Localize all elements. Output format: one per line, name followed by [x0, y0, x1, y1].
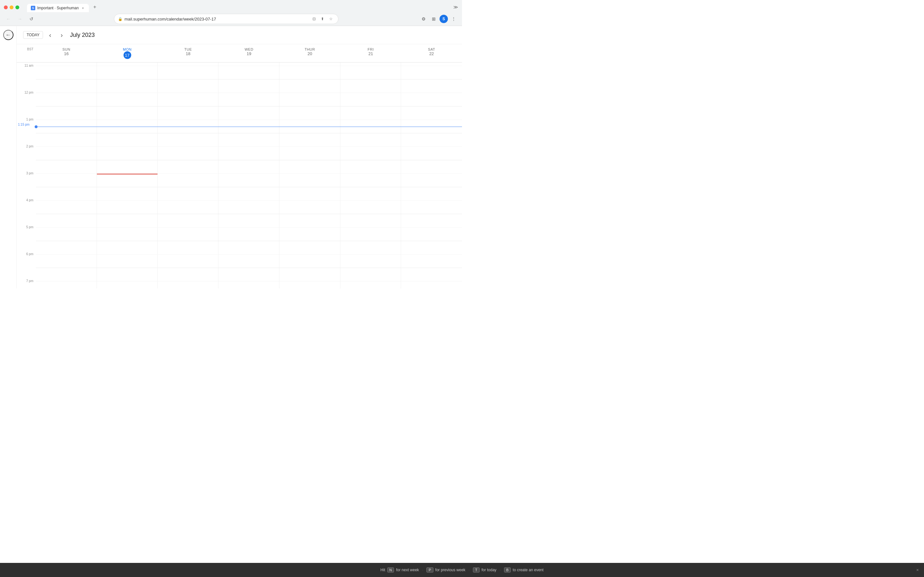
today-button[interactable]: TODAY	[23, 31, 43, 39]
time-slot[interactable]	[341, 66, 401, 79]
time-slot[interactable]	[401, 241, 462, 255]
time-slot[interactable]	[97, 66, 158, 79]
time-slot[interactable]	[218, 255, 279, 268]
time-slot[interactable]	[97, 187, 158, 201]
time-slot[interactable]	[218, 63, 279, 66]
time-slot[interactable]	[279, 93, 341, 106]
time-slot[interactable]	[341, 214, 401, 227]
day-header-thu20[interactable]: Thur 20	[279, 44, 341, 62]
time-slot[interactable]	[36, 187, 97, 201]
close-window-button[interactable]	[4, 5, 8, 9]
time-slot[interactable]	[279, 106, 341, 120]
time-slot[interactable]	[279, 241, 341, 255]
time-slot[interactable]	[158, 133, 218, 147]
time-slot[interactable]	[218, 133, 279, 147]
time-slot[interactable]	[36, 63, 97, 66]
time-slot[interactable]	[401, 268, 462, 282]
day-header-sat22[interactable]: Sat 22	[401, 44, 462, 62]
time-slot[interactable]	[97, 147, 158, 160]
time-slot[interactable]	[36, 106, 97, 120]
profile-button[interactable]: S	[439, 15, 448, 23]
time-slot[interactable]	[218, 66, 279, 79]
time-slot[interactable]	[218, 93, 279, 106]
time-slot[interactable]	[97, 241, 158, 255]
time-slot[interactable]	[218, 241, 279, 255]
time-slot[interactable]	[341, 174, 401, 187]
extensions-button[interactable]: ⚙	[419, 15, 428, 23]
time-slot[interactable]	[401, 282, 462, 288]
time-slot[interactable]	[36, 160, 97, 174]
time-slot[interactable]	[401, 187, 462, 201]
time-slot[interactable]	[341, 187, 401, 201]
time-slot[interactable]	[401, 214, 462, 227]
time-slot[interactable]	[218, 174, 279, 187]
time-slot[interactable]	[341, 160, 401, 174]
time-slot[interactable]	[341, 79, 401, 93]
time-slot[interactable]	[158, 147, 218, 160]
time-slot[interactable]	[36, 93, 97, 106]
time-slot[interactable]	[279, 268, 341, 282]
tab-overflow-button[interactable]: ≫	[453, 5, 458, 10]
time-slot[interactable]	[158, 93, 218, 106]
time-slot[interactable]	[341, 255, 401, 268]
time-slot[interactable]	[279, 255, 341, 268]
time-slot[interactable]	[218, 214, 279, 227]
time-slot[interactable]	[279, 79, 341, 93]
time-slot[interactable]	[36, 79, 97, 93]
time-slot[interactable]	[401, 147, 462, 160]
time-slot[interactable]	[401, 106, 462, 120]
time-slot[interactable]	[158, 255, 218, 268]
day-header-fri21[interactable]: Fri 21	[341, 44, 401, 62]
active-tab[interactable]: S Important · Superhuman ×	[27, 4, 89, 12]
time-slot[interactable]	[36, 133, 97, 147]
time-slot[interactable]	[401, 66, 462, 79]
layout-button[interactable]: ⊞	[429, 15, 438, 23]
new-tab-button[interactable]: +	[90, 3, 99, 11]
time-slot[interactable]	[401, 227, 462, 241]
time-slot[interactable]	[158, 79, 218, 93]
time-slot[interactable]	[218, 282, 279, 288]
time-slot[interactable]	[279, 133, 341, 147]
time-slot[interactable]	[279, 63, 341, 66]
time-slot[interactable]	[97, 201, 158, 214]
time-slot[interactable]	[341, 282, 401, 288]
time-slot[interactable]	[97, 133, 158, 147]
prev-week-button[interactable]: ‹	[45, 31, 55, 39]
time-slot[interactable]	[401, 160, 462, 174]
time-slot[interactable]	[401, 133, 462, 147]
time-slot[interactable]	[341, 147, 401, 160]
time-slot[interactable]	[401, 174, 462, 187]
time-slot[interactable]	[279, 147, 341, 160]
time-slot[interactable]	[158, 174, 218, 187]
maximize-window-button[interactable]	[15, 5, 19, 9]
time-slot[interactable]	[279, 160, 341, 174]
time-slot[interactable]	[279, 201, 341, 214]
time-slot[interactable]	[218, 160, 279, 174]
day-header-tue18[interactable]: Tue 18	[158, 44, 218, 62]
time-slot[interactable]	[158, 201, 218, 214]
time-slot[interactable]	[158, 106, 218, 120]
back-to-inbox-button[interactable]: ←	[3, 30, 13, 40]
time-slot[interactable]	[401, 63, 462, 66]
next-week-button[interactable]: ›	[57, 31, 66, 39]
time-slot[interactable]	[97, 63, 158, 66]
forward-button[interactable]: →	[15, 15, 24, 23]
time-slot[interactable]	[97, 255, 158, 268]
time-slot[interactable]	[218, 268, 279, 282]
time-slot[interactable]	[158, 241, 218, 255]
time-slot[interactable]	[158, 282, 218, 288]
time-slot[interactable]	[341, 106, 401, 120]
bookmark-icon[interactable]: ☆	[327, 15, 334, 23]
time-slot[interactable]	[36, 174, 97, 187]
time-slot[interactable]	[279, 66, 341, 79]
time-slot[interactable]	[158, 187, 218, 201]
time-slot[interactable]	[279, 227, 341, 241]
time-slot[interactable]	[341, 241, 401, 255]
time-slot[interactable]	[279, 282, 341, 288]
time-slot[interactable]	[36, 268, 97, 282]
time-slot[interactable]	[36, 255, 97, 268]
tab-close-button[interactable]: ×	[81, 6, 85, 10]
day-header-sun16[interactable]: Sun 16	[36, 44, 97, 62]
time-slot[interactable]	[341, 227, 401, 241]
time-slot[interactable]	[36, 282, 97, 288]
